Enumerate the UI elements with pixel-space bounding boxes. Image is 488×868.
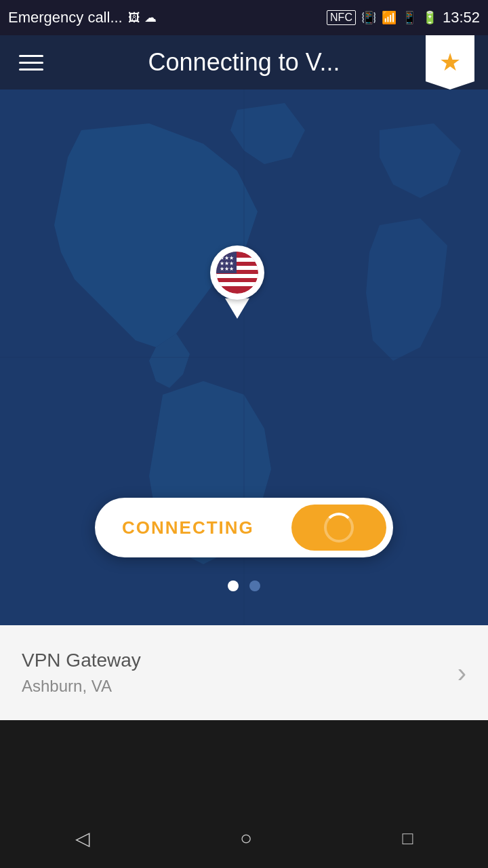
battery-icon: 🔋 — [422, 10, 437, 25]
status-icons: 🖼 ☁ — [128, 10, 157, 25]
svg-rect-6 — [216, 274, 258, 278]
cloud-icon: ☁ — [144, 10, 157, 25]
header-title: Connecting to V... — [49, 48, 426, 77]
page-dots — [228, 580, 260, 591]
hamburger-line-3 — [19, 68, 43, 71]
connect-toggle[interactable] — [291, 505, 386, 551]
pin-circle: ★★★ ★★★ ★★★ — [210, 245, 264, 300]
connect-button[interactable]: CONNECTING — [95, 498, 393, 557]
page-dot-1[interactable] — [228, 580, 239, 591]
status-bar-right: NFC 📳 📶 📱 🔋 13:52 — [327, 9, 480, 26]
back-button[interactable]: ◁ — [67, 819, 98, 858]
gateway-location: Ashburn, VA — [22, 677, 141, 696]
sim-icon: 📱 — [402, 10, 417, 25]
hamburger-line-1 — [19, 55, 43, 57]
svg-rect-7 — [216, 282, 258, 286]
menu-button[interactable] — [14, 50, 49, 76]
star-icon: ★ — [439, 48, 461, 77]
hamburger-line-2 — [19, 62, 43, 64]
svg-text:★★★: ★★★ — [220, 266, 234, 272]
location-pin: ★★★ ★★★ ★★★ — [210, 245, 264, 319]
app-header: Connecting to V... ★ — [0, 35, 488, 90]
connect-area: CONNECTING — [95, 498, 393, 557]
nfc-icon: NFC — [327, 10, 356, 25]
us-flag: ★★★ ★★★ ★★★ — [216, 252, 258, 294]
vibrate-icon: 📳 — [361, 10, 376, 25]
map-container: ★★★ ★★★ ★★★ CONNECTING — [0, 90, 488, 625]
status-bar: Emergency call... 🖼 ☁ NFC 📳 📶 📱 🔋 13:52 — [0, 0, 488, 35]
wifi-icon: 📶 — [382, 10, 396, 25]
connect-label: CONNECTING — [122, 517, 254, 538]
bottom-nav: ◁ ○ □ — [0, 808, 488, 868]
chevron-right-icon: › — [458, 658, 466, 688]
gateway-section[interactable]: VPN Gateway Ashburn, VA › — [0, 625, 488, 720]
photo-icon: 🖼 — [128, 11, 140, 25]
recents-button[interactable]: □ — [394, 820, 422, 857]
page-dot-2[interactable] — [249, 580, 260, 591]
pin-tail — [225, 298, 249, 319]
status-bar-left: Emergency call... 🖼 ☁ — [8, 9, 157, 26]
gateway-info: VPN Gateway Ashburn, VA — [22, 650, 141, 696]
loading-spinner — [324, 513, 354, 542]
gateway-title: VPN Gateway — [22, 650, 141, 671]
emergency-call-text: Emergency call... — [8, 9, 123, 26]
time-display: 13:52 — [443, 9, 480, 26]
favorite-button[interactable]: ★ — [426, 35, 474, 90]
home-button[interactable]: ○ — [232, 818, 260, 858]
